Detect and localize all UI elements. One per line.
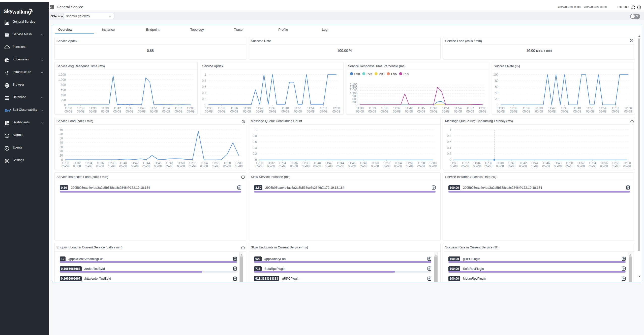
svg-text:05-08: 05-08 (235, 165, 243, 168)
svg-text:05-08: 05-08 (205, 110, 213, 113)
svg-text:05-08: 05-08 (417, 165, 425, 168)
svg-text:12:00: 12:00 (478, 106, 486, 110)
svg-text:05-08: 05-08 (166, 165, 173, 168)
svg-text:11:38: 11:38 (302, 161, 309, 165)
svg-text:20: 20 (495, 97, 498, 101)
svg-text:11:57: 11:57 (175, 106, 182, 110)
svg-text:05-08: 05-08 (313, 165, 321, 168)
svg-text:05-08: 05-08 (496, 165, 504, 168)
svg-text:40: 40 (495, 91, 498, 95)
svg-text:11:42: 11:42 (113, 106, 121, 110)
svg-text:11:48: 11:48 (554, 161, 561, 165)
svg-text:11:42: 11:42 (405, 106, 412, 110)
svg-text:05-08: 05-08 (174, 110, 182, 113)
svg-text:05-08: 05-08 (320, 110, 327, 113)
svg-text:05-08: 05-08 (230, 110, 238, 113)
svg-text:11:30: 11:30 (205, 106, 212, 110)
svg-text:11:38: 11:38 (496, 161, 504, 165)
svg-text:11:45: 11:45 (126, 106, 133, 110)
svg-text:11:32: 11:32 (267, 161, 274, 165)
svg-text:11:51: 11:51 (586, 106, 594, 110)
svg-text:05-08: 05-08 (256, 165, 263, 168)
svg-text:11:44: 11:44 (143, 161, 150, 165)
svg-text:11:45: 11:45 (561, 106, 568, 110)
svg-text:05-08: 05-08 (473, 165, 481, 168)
svg-text:05-08: 05-08 (573, 110, 581, 113)
svg-text:05-08: 05-08 (406, 165, 414, 168)
svg-text:11:39: 11:39 (243, 106, 251, 110)
svg-text:05-08: 05-08 (522, 110, 530, 113)
svg-text:0.6: 0.6 (202, 85, 206, 89)
svg-text:12:00: 12:00 (235, 161, 242, 165)
svg-text:05-08: 05-08 (290, 165, 298, 168)
svg-text:05-08: 05-08 (89, 110, 97, 113)
svg-text:11:33: 11:33 (510, 106, 517, 110)
svg-text:05-08: 05-08 (561, 110, 568, 113)
svg-text:05-08: 05-08 (113, 110, 121, 113)
svg-text:05-08: 05-08 (531, 165, 539, 168)
svg-text:60: 60 (495, 85, 498, 89)
svg-text:11:58: 11:58 (224, 161, 231, 165)
svg-text:P75: P75 (366, 72, 372, 76)
svg-text:11:33: 11:33 (218, 106, 225, 110)
svg-text:11:32: 11:32 (73, 161, 81, 165)
svg-text:05-08: 05-08 (612, 165, 620, 168)
svg-text:400: 400 (61, 93, 66, 97)
svg-text:12:00: 12:00 (623, 161, 631, 165)
svg-text:05-08: 05-08 (332, 110, 340, 113)
svg-text:05-08: 05-08 (85, 165, 93, 168)
svg-text:05-08: 05-08 (417, 110, 425, 113)
svg-text:0.2: 0.2 (202, 97, 206, 101)
svg-text:11:34: 11:34 (85, 161, 92, 165)
svg-text:11:54: 11:54 (589, 161, 596, 165)
svg-text:05-08: 05-08 (429, 165, 437, 168)
svg-text:11:54: 11:54 (394, 161, 402, 165)
svg-text:11:54: 11:54 (307, 106, 314, 110)
svg-text:12:00: 12:00 (332, 106, 340, 110)
svg-text:60: 60 (59, 132, 63, 136)
svg-text:05-08: 05-08 (126, 110, 133, 113)
svg-text:11:36: 11:36 (381, 106, 388, 110)
svg-text:05-08: 05-08 (466, 110, 474, 113)
svg-text:1: 1 (449, 128, 451, 132)
svg-text:05-08: 05-08 (478, 110, 486, 113)
svg-text:11:30: 11:30 (497, 106, 504, 110)
svg-text:0.4: 0.4 (253, 146, 257, 150)
svg-text:05-08: 05-08 (150, 110, 158, 113)
svg-text:11:54: 11:54 (599, 106, 606, 110)
svg-text:11:51: 11:51 (442, 106, 449, 110)
svg-text:05-08: 05-08 (405, 110, 413, 113)
svg-text:11:42: 11:42 (325, 161, 332, 165)
svg-text:11:46: 11:46 (542, 161, 550, 165)
svg-text:05-08: 05-08 (256, 110, 264, 113)
svg-text:05-08: 05-08 (542, 165, 550, 168)
svg-text:05-08: 05-08 (462, 165, 469, 168)
svg-text:11:45: 11:45 (417, 106, 425, 110)
svg-text:05-08: 05-08 (142, 165, 150, 168)
svg-text:05-08: 05-08 (599, 110, 606, 113)
svg-text:0: 0 (64, 103, 66, 107)
svg-text:05-08: 05-08 (508, 165, 515, 168)
svg-text:0.6: 0.6 (253, 140, 257, 144)
svg-text:05-08: 05-08 (325, 165, 333, 168)
svg-text:11:52: 11:52 (577, 161, 585, 165)
svg-text:11:42: 11:42 (548, 106, 555, 110)
svg-text:05-08: 05-08 (565, 165, 573, 168)
svg-text:11:57: 11:57 (320, 106, 327, 110)
svg-text:12:00: 12:00 (429, 161, 437, 165)
svg-text:1: 1 (205, 73, 206, 77)
svg-text:05-08: 05-08 (73, 165, 81, 168)
svg-text:11:39: 11:39 (535, 106, 543, 110)
svg-text:05-08: 05-08 (189, 165, 196, 168)
svg-text:11:48: 11:48 (360, 161, 367, 165)
svg-text:11:30: 11:30 (62, 161, 69, 165)
svg-text:05-08: 05-08 (96, 165, 104, 168)
svg-text:05-08: 05-08 (212, 165, 220, 168)
svg-text:11:51: 11:51 (294, 106, 302, 110)
svg-text:50: 50 (59, 137, 63, 140)
svg-text:1,000: 1,000 (58, 78, 66, 82)
svg-text:11:36: 11:36 (523, 106, 530, 110)
svg-text:11:36: 11:36 (96, 161, 104, 165)
svg-text:80: 80 (495, 79, 498, 83)
svg-text:11:50: 11:50 (177, 161, 185, 165)
